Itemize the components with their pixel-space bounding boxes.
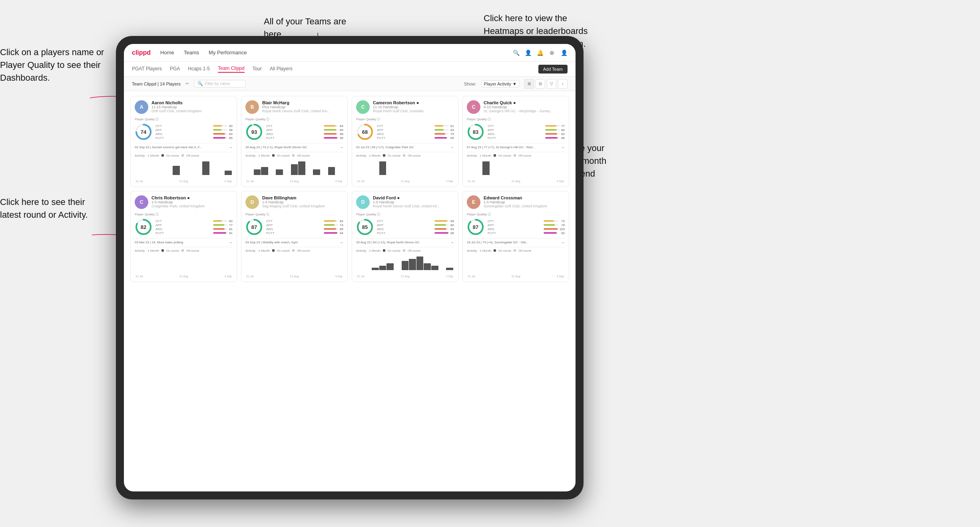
latest-round-arrow[interactable]: → — [339, 240, 343, 245]
player-name[interactable]: Dave Billingham — [262, 195, 343, 200]
activity-title: Activity · 1 Month — [135, 154, 159, 157]
quality-circle[interactable]: 82 — [135, 218, 152, 236]
quality-section: 87 OTT 73 APP 79 ARG 103 PUTT — [467, 218, 565, 236]
stat-label: APP — [266, 223, 322, 227]
view-filter-button[interactable]: ▽ — [547, 79, 556, 89]
view-grid3-button[interactable]: ⊟ — [536, 79, 545, 89]
quality-circle[interactable]: 68 — [356, 123, 374, 141]
latest-round-arrow[interactable]: → — [561, 240, 565, 245]
chart-bars — [245, 254, 343, 270]
player-name[interactable]: Charlie Quick ● — [484, 100, 565, 105]
chart-label-end: 4 Sep — [557, 275, 564, 278]
chart-bar — [298, 161, 305, 175]
chart-bar — [409, 259, 416, 270]
player-header: D David Ford ● 1-5 Handicap Royal North … — [356, 195, 454, 209]
add-team-button[interactable]: Add Team — [538, 65, 568, 74]
latest-round-arrow[interactable]: → — [450, 240, 454, 245]
chart-bars — [135, 159, 233, 175]
settings-icon[interactable]: ⊕ — [548, 49, 556, 56]
quality-number: 93 — [251, 129, 257, 135]
stat-bar-wrap — [324, 129, 338, 131]
stat-label: APP — [155, 128, 211, 132]
stat-bar — [213, 133, 225, 135]
player-card[interactable]: C Chris Robertson ● 1-5 Handicap Craigmi… — [130, 191, 237, 282]
quality-circle[interactable]: 93 — [245, 123, 263, 141]
player-avatar: A — [135, 100, 148, 114]
tab-pgat[interactable]: PGAT Players — [132, 66, 162, 72]
nav-home[interactable]: Home — [160, 50, 174, 56]
player-name[interactable]: Edward Crossman — [484, 195, 565, 200]
tab-tour[interactable]: Tour — [253, 66, 262, 72]
search-box[interactable]: 🔍 Filter by name — [194, 80, 246, 88]
quality-section: 87 OTT 82 APP 74 ARG 85 PUTT — [245, 218, 343, 236]
player-name[interactable]: David Ford ● — [373, 195, 454, 200]
latest-round-arrow[interactable]: → — [229, 240, 233, 245]
latest-round-arrow[interactable]: → — [561, 145, 565, 149]
tab-team-clippd[interactable]: Team Clippd — [218, 66, 245, 73]
latest-round[interactable]: 18 Jul 23 | 74 (+4), Sunningdale GC - Ol… — [467, 238, 565, 245]
player-handicap: 1-5 Handicap — [262, 200, 343, 204]
nav-teams[interactable]: Teams — [184, 50, 199, 56]
activity-header: Activity · 1 Month On course Off course — [467, 154, 565, 157]
view-grid4-button[interactable]: ⊞ — [524, 79, 534, 89]
player-name[interactable]: Blair McHarg — [262, 100, 343, 105]
stat-value: 83 — [450, 227, 454, 231]
latest-round[interactable]: 04 Sep 23 | Mobility with coach, Gym → — [245, 238, 343, 245]
player-name[interactable]: Chris Robertson ● — [151, 195, 233, 200]
player-name[interactable]: Aaron Nicholls — [151, 100, 233, 105]
player-card[interactable]: C Charlie Quick ● 6-10 Handicap St. Geor… — [462, 96, 569, 187]
latest-round[interactable]: 02 Jul 23 | 59 (+17), Craigmillar Park G… — [356, 143, 454, 149]
stat-value: 88 — [340, 132, 343, 136]
latest-round-arrow[interactable]: → — [339, 145, 343, 149]
player-card[interactable]: C Cameron Robertson ● 11-15 Handicap Roy… — [352, 96, 458, 187]
stat-value: 85 — [450, 136, 454, 140]
bell-icon[interactable]: 🔔 — [536, 49, 544, 56]
stat-value: 95 — [340, 136, 343, 140]
legend-on-dot — [383, 249, 385, 252]
quality-circle[interactable]: 83 — [467, 123, 484, 141]
latest-round-arrow[interactable]: → — [450, 145, 454, 149]
chart-label-start: 31 Jul — [246, 275, 254, 278]
player-name[interactable]: Cameron Robertson ● — [373, 100, 454, 105]
stat-bar-wrap — [545, 125, 560, 127]
stat-label: ARG — [155, 227, 211, 231]
stat-bar-wrap — [544, 228, 558, 230]
stat-value: 58 — [229, 128, 233, 132]
stat-label: OTT — [266, 219, 322, 223]
player-card[interactable]: D David Ford ● 1-5 Handicap Royal North … — [352, 191, 458, 282]
avatar-icon[interactable]: 👤 — [560, 49, 568, 56]
profile-icon[interactable]: 👤 — [524, 49, 532, 56]
latest-round[interactable]: 07 Aug 23 | 77 (+7), St George's Hill GC… — [467, 143, 565, 149]
show-select[interactable]: Player Activity ▼ — [481, 80, 520, 88]
latest-round-arrow[interactable]: → — [229, 145, 233, 149]
stats-grid: OTT 61 APP 63 ARG 75 PUTT 85 — [377, 124, 454, 140]
stat-bar — [434, 228, 446, 230]
stat-value: 77 — [229, 223, 233, 227]
edit-icon[interactable]: ✏ — [185, 81, 189, 86]
nav-performance[interactable]: My Performance — [209, 50, 247, 56]
latest-round[interactable]: 26 Aug 23 | 73 (+1), Royal North Devon G… — [245, 143, 343, 149]
player-card[interactable]: E Edward Crossman 1-5 Handicap Sunningda… — [462, 191, 569, 282]
activity-header: Activity · 1 Month On course Off course — [356, 249, 454, 253]
player-card[interactable]: A Aaron Nicholls 11-15 Handicap Drift Go… — [130, 96, 237, 187]
quality-circle[interactable]: 87 — [467, 218, 484, 236]
tab-pga[interactable]: PGA — [170, 66, 180, 72]
view-sort-button[interactable]: ↕ — [558, 79, 568, 89]
stat-bar — [544, 220, 554, 222]
stat-bar-wrap — [434, 137, 449, 139]
quality-circle[interactable]: 74 — [135, 123, 152, 141]
tab-all-players[interactable]: All Players — [270, 66, 293, 72]
search-icon[interactable]: 🔍 — [512, 49, 520, 56]
player-card[interactable]: D Dave Billingham 1-5 Handicap Sag Magin… — [241, 191, 348, 282]
activity-title: Activity · 1 Month — [467, 154, 491, 157]
stat-label: ARG — [266, 227, 322, 231]
player-info: Chris Robertson ● 1-5 Handicap Craigmill… — [151, 195, 233, 208]
tab-hcaps[interactable]: Hcaps 1-5 — [188, 66, 210, 72]
latest-round[interactable]: 02 Sep 23 | Sunset round to get back int… — [135, 143, 233, 149]
quality-circle[interactable]: 85 — [356, 218, 374, 236]
activity-title: Activity · 1 Month — [467, 249, 491, 253]
quality-circle[interactable]: 87 — [245, 218, 263, 236]
latest-round[interactable]: 03 Mar 23 | 19, Must make putting → — [135, 238, 233, 245]
player-card[interactable]: B Blair McHarg Plus Handicap Royal North… — [241, 96, 348, 187]
latest-round[interactable]: 26 Aug 23 | 84 (+12), Royal North Devon … — [356, 238, 454, 245]
